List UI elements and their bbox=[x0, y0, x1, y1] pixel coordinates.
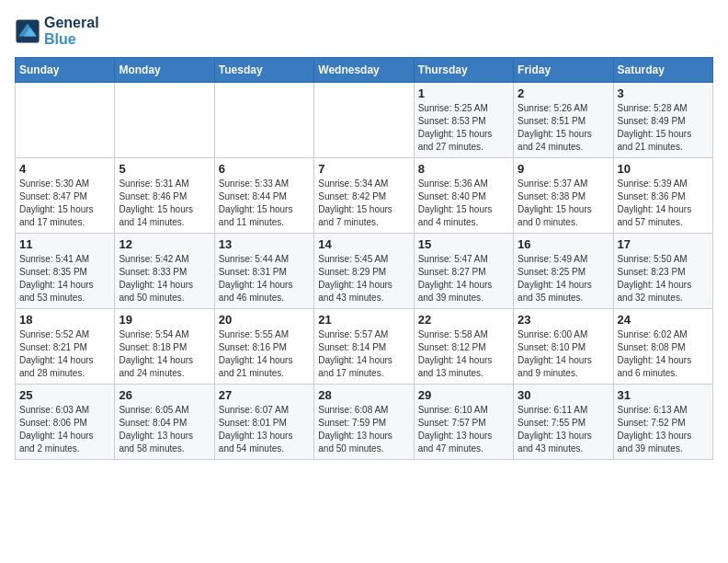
header-cell-friday: Friday bbox=[514, 58, 613, 83]
day-number: 1 bbox=[418, 86, 509, 100]
day-number: 3 bbox=[618, 86, 709, 100]
calendar-table: SundayMondayTuesdayWednesdayThursdayFrid… bbox=[15, 57, 713, 460]
day-info: Sunrise: 6:03 AM Sunset: 8:06 PM Dayligh… bbox=[19, 404, 110, 455]
calendar-cell: 30Sunrise: 6:11 AM Sunset: 7:55 PM Dayli… bbox=[514, 385, 613, 460]
day-number: 9 bbox=[518, 162, 609, 176]
logo-text: General Blue bbox=[44, 15, 99, 48]
week-row-2: 4Sunrise: 5:30 AM Sunset: 8:47 PM Daylig… bbox=[16, 158, 713, 234]
calendar-cell: 20Sunrise: 5:55 AM Sunset: 8:16 PM Dayli… bbox=[214, 309, 313, 385]
day-info: Sunrise: 5:33 AM Sunset: 8:44 PM Dayligh… bbox=[219, 178, 310, 229]
calendar-cell: 14Sunrise: 5:45 AM Sunset: 8:29 PM Dayli… bbox=[314, 234, 414, 309]
day-info: Sunrise: 6:02 AM Sunset: 8:08 PM Dayligh… bbox=[618, 328, 709, 380]
calendar-cell bbox=[16, 83, 115, 158]
logo: General Blue bbox=[15, 15, 99, 48]
day-info: Sunrise: 6:11 AM Sunset: 7:55 PM Dayligh… bbox=[518, 404, 609, 455]
day-number: 27 bbox=[219, 388, 310, 402]
day-number: 13 bbox=[219, 237, 310, 251]
day-info: Sunrise: 5:58 AM Sunset: 8:12 PM Dayligh… bbox=[418, 328, 509, 380]
day-number: 11 bbox=[19, 237, 110, 251]
calendar-cell: 24Sunrise: 6:02 AM Sunset: 8:08 PM Dayli… bbox=[613, 309, 712, 385]
week-row-4: 18Sunrise: 5:52 AM Sunset: 8:21 PM Dayli… bbox=[16, 309, 713, 385]
week-row-3: 11Sunrise: 5:41 AM Sunset: 8:35 PM Dayli… bbox=[16, 234, 713, 309]
calendar-cell: 22Sunrise: 5:58 AM Sunset: 8:12 PM Dayli… bbox=[414, 309, 513, 385]
header-cell-thursday: Thursday bbox=[414, 58, 513, 83]
day-info: Sunrise: 5:31 AM Sunset: 8:46 PM Dayligh… bbox=[119, 178, 210, 229]
calendar-cell: 7Sunrise: 5:34 AM Sunset: 8:42 PM Daylig… bbox=[314, 158, 414, 234]
day-info: Sunrise: 5:39 AM Sunset: 8:36 PM Dayligh… bbox=[618, 178, 709, 229]
calendar-cell: 27Sunrise: 6:07 AM Sunset: 8:01 PM Dayli… bbox=[214, 385, 313, 460]
day-number: 18 bbox=[19, 313, 110, 327]
calendar-cell: 12Sunrise: 5:42 AM Sunset: 8:33 PM Dayli… bbox=[115, 234, 214, 309]
calendar-cell: 5Sunrise: 5:31 AM Sunset: 8:46 PM Daylig… bbox=[115, 158, 214, 234]
day-number: 30 bbox=[518, 388, 609, 402]
calendar-cell: 21Sunrise: 5:57 AM Sunset: 8:14 PM Dayli… bbox=[314, 309, 414, 385]
logo-icon bbox=[15, 18, 40, 44]
calendar-cell: 28Sunrise: 6:08 AM Sunset: 7:59 PM Dayli… bbox=[314, 385, 414, 460]
day-info: Sunrise: 5:55 AM Sunset: 8:16 PM Dayligh… bbox=[219, 328, 310, 380]
calendar-cell bbox=[314, 83, 414, 158]
calendar-cell bbox=[214, 83, 313, 158]
header-cell-sunday: Sunday bbox=[16, 58, 115, 83]
day-info: Sunrise: 5:57 AM Sunset: 8:14 PM Dayligh… bbox=[318, 328, 409, 380]
header-cell-monday: Monday bbox=[115, 58, 214, 83]
day-number: 22 bbox=[418, 313, 509, 327]
calendar-cell: 6Sunrise: 5:33 AM Sunset: 8:44 PM Daylig… bbox=[214, 158, 313, 234]
calendar-cell: 23Sunrise: 6:00 AM Sunset: 8:10 PM Dayli… bbox=[514, 309, 613, 385]
day-number: 31 bbox=[618, 388, 709, 402]
day-info: Sunrise: 5:44 AM Sunset: 8:31 PM Dayligh… bbox=[219, 253, 310, 304]
day-number: 6 bbox=[219, 162, 310, 176]
day-info: Sunrise: 6:13 AM Sunset: 7:52 PM Dayligh… bbox=[618, 404, 709, 455]
day-number: 8 bbox=[418, 162, 509, 176]
day-number: 14 bbox=[318, 237, 409, 251]
calendar-cell: 18Sunrise: 5:52 AM Sunset: 8:21 PM Dayli… bbox=[16, 309, 115, 385]
day-number: 19 bbox=[119, 313, 210, 327]
day-info: Sunrise: 5:30 AM Sunset: 8:47 PM Dayligh… bbox=[19, 178, 110, 229]
day-info: Sunrise: 6:08 AM Sunset: 7:59 PM Dayligh… bbox=[318, 404, 409, 455]
day-info: Sunrise: 5:54 AM Sunset: 8:18 PM Dayligh… bbox=[119, 328, 210, 380]
day-number: 4 bbox=[19, 162, 110, 176]
calendar-cell: 8Sunrise: 5:36 AM Sunset: 8:40 PM Daylig… bbox=[414, 158, 513, 234]
day-number: 17 bbox=[618, 237, 709, 251]
day-info: Sunrise: 6:00 AM Sunset: 8:10 PM Dayligh… bbox=[518, 328, 609, 380]
calendar-cell: 26Sunrise: 6:05 AM Sunset: 8:04 PM Dayli… bbox=[115, 385, 214, 460]
day-info: Sunrise: 6:05 AM Sunset: 8:04 PM Dayligh… bbox=[119, 404, 210, 455]
calendar-cell: 1Sunrise: 5:25 AM Sunset: 8:53 PM Daylig… bbox=[414, 83, 513, 158]
day-number: 28 bbox=[318, 388, 409, 402]
day-number: 21 bbox=[318, 313, 409, 327]
day-number: 23 bbox=[518, 313, 609, 327]
day-number: 7 bbox=[318, 162, 409, 176]
day-info: Sunrise: 5:41 AM Sunset: 8:35 PM Dayligh… bbox=[19, 253, 110, 304]
week-row-5: 25Sunrise: 6:03 AM Sunset: 8:06 PM Dayli… bbox=[16, 385, 713, 460]
day-number: 26 bbox=[119, 388, 210, 402]
day-number: 25 bbox=[19, 388, 110, 402]
day-info: Sunrise: 6:10 AM Sunset: 7:57 PM Dayligh… bbox=[418, 404, 509, 455]
day-info: Sunrise: 5:42 AM Sunset: 8:33 PM Dayligh… bbox=[119, 253, 210, 304]
day-info: Sunrise: 5:49 AM Sunset: 8:25 PM Dayligh… bbox=[518, 253, 609, 304]
day-number: 2 bbox=[518, 86, 609, 100]
calendar-cell: 17Sunrise: 5:50 AM Sunset: 8:23 PM Dayli… bbox=[613, 234, 712, 309]
calendar-cell: 11Sunrise: 5:41 AM Sunset: 8:35 PM Dayli… bbox=[16, 234, 115, 309]
calendar-cell: 13Sunrise: 5:44 AM Sunset: 8:31 PM Dayli… bbox=[214, 234, 313, 309]
day-info: Sunrise: 5:50 AM Sunset: 8:23 PM Dayligh… bbox=[618, 253, 709, 304]
day-info: Sunrise: 5:52 AM Sunset: 8:21 PM Dayligh… bbox=[19, 328, 110, 380]
calendar-cell: 16Sunrise: 5:49 AM Sunset: 8:25 PM Dayli… bbox=[514, 234, 613, 309]
calendar-cell: 2Sunrise: 5:26 AM Sunset: 8:51 PM Daylig… bbox=[514, 83, 613, 158]
header-row: SundayMondayTuesdayWednesdayThursdayFrid… bbox=[16, 58, 713, 83]
day-info: Sunrise: 5:47 AM Sunset: 8:27 PM Dayligh… bbox=[418, 253, 509, 304]
calendar-cell: 31Sunrise: 6:13 AM Sunset: 7:52 PM Dayli… bbox=[613, 385, 712, 460]
day-number: 20 bbox=[219, 313, 310, 327]
week-row-1: 1Sunrise: 5:25 AM Sunset: 8:53 PM Daylig… bbox=[16, 83, 713, 158]
calendar-cell: 4Sunrise: 5:30 AM Sunset: 8:47 PM Daylig… bbox=[16, 158, 115, 234]
calendar-cell: 29Sunrise: 6:10 AM Sunset: 7:57 PM Dayli… bbox=[414, 385, 513, 460]
day-number: 12 bbox=[119, 237, 210, 251]
day-info: Sunrise: 5:37 AM Sunset: 8:38 PM Dayligh… bbox=[518, 178, 609, 229]
calendar-cell: 3Sunrise: 5:28 AM Sunset: 8:49 PM Daylig… bbox=[613, 83, 712, 158]
day-number: 15 bbox=[418, 237, 509, 251]
day-info: Sunrise: 5:34 AM Sunset: 8:42 PM Dayligh… bbox=[318, 178, 409, 229]
day-number: 10 bbox=[618, 162, 709, 176]
day-info: Sunrise: 5:28 AM Sunset: 8:49 PM Dayligh… bbox=[618, 102, 709, 154]
header-cell-wednesday: Wednesday bbox=[314, 58, 414, 83]
calendar-cell: 19Sunrise: 5:54 AM Sunset: 8:18 PM Dayli… bbox=[115, 309, 214, 385]
header-cell-saturday: Saturday bbox=[613, 58, 712, 83]
header-cell-tuesday: Tuesday bbox=[214, 58, 313, 83]
